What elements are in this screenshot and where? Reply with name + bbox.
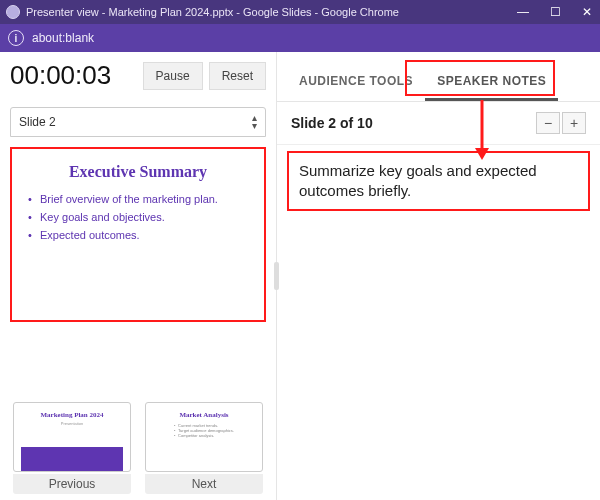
left-column: 00:00:03 Pause Reset Slide 2 ▴▾ Executiv… (0, 52, 277, 500)
prev-thumbnail: Marketing Plan 2024 Presentation (13, 402, 131, 472)
next-nav[interactable]: Market Analysis Current market trends. T… (142, 402, 266, 494)
nav-row: Marketing Plan 2024 Presentation Previou… (10, 394, 266, 494)
prev-nav[interactable]: Marketing Plan 2024 Presentation Previou… (10, 402, 134, 494)
tab-speaker-notes[interactable]: SPEAKER NOTES (425, 66, 558, 101)
url-text: about:blank (32, 31, 94, 45)
window-controls: — ☐ ✕ (516, 5, 594, 19)
slide-bullet: Expected outcomes. (28, 229, 250, 241)
current-slide-preview: Executive Summary Brief overview of the … (10, 147, 266, 322)
prev-thumb-title: Marketing Plan 2024 (41, 411, 104, 419)
right-column: AUDIENCE TOOLS SPEAKER NOTES Slide 2 of … (277, 52, 600, 500)
site-info-icon[interactable]: i (8, 30, 24, 46)
maximize-button[interactable]: ☐ (548, 5, 562, 19)
browser-icon (6, 5, 20, 19)
slide-bullet: Key goals and objectives. (28, 211, 250, 223)
tab-audience-tools[interactable]: AUDIENCE TOOLS (287, 66, 425, 101)
timer-display: 00:00:03 (10, 60, 137, 91)
slide-bullet: Brief overview of the marketing plan. (28, 193, 250, 205)
address-bar: i about:blank (0, 24, 600, 52)
close-button[interactable]: ✕ (580, 5, 594, 19)
resize-handle[interactable] (274, 262, 279, 290)
slide-selector-label: Slide 2 (19, 115, 56, 129)
speaker-notes-text[interactable]: Summarize key goals and expected outcome… (287, 151, 590, 211)
slide-header: Slide 2 of 10 − + (277, 102, 600, 145)
tabs: AUDIENCE TOOLS SPEAKER NOTES (277, 52, 600, 102)
prev-thumb-subtitle: Presentation (61, 421, 83, 426)
prev-label: Previous (13, 474, 131, 494)
window-title: Presenter view - Marketing Plan 2024.ppt… (26, 6, 399, 18)
titlebar: Presenter view - Marketing Plan 2024.ppt… (0, 0, 600, 24)
pause-button[interactable]: Pause (143, 62, 203, 90)
slide-title: Executive Summary (26, 163, 250, 181)
workspace: 00:00:03 Pause Reset Slide 2 ▴▾ Executiv… (0, 52, 600, 500)
next-thumbnail: Market Analysis Current market trends. T… (145, 402, 263, 472)
slide-selector[interactable]: Slide 2 ▴▾ (10, 107, 266, 137)
zoom-out-button[interactable]: − (536, 112, 560, 134)
zoom-in-button[interactable]: + (562, 112, 586, 134)
next-label: Next (145, 474, 263, 494)
timer-row: 00:00:03 Pause Reset (10, 60, 266, 91)
next-thumb-title: Market Analysis (179, 411, 228, 419)
slide-position: Slide 2 of 10 (291, 115, 534, 131)
reset-button[interactable]: Reset (209, 62, 266, 90)
slide-bullets: Brief overview of the marketing plan. Ke… (26, 193, 250, 241)
stepper-icon: ▴▾ (252, 114, 257, 130)
minimize-button[interactable]: — (516, 5, 530, 19)
